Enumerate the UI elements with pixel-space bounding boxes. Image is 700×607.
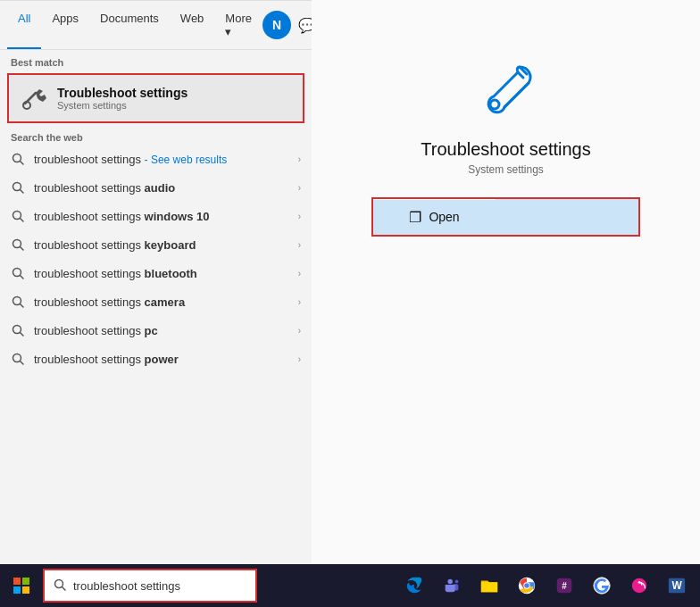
start-button[interactable]: [0, 564, 43, 607]
taskbar: troubleshoot settings: [0, 564, 700, 607]
search-icon-5: [11, 295, 25, 309]
search-icon-4: [11, 266, 25, 280]
best-match-text: Troubleshoot settings System settings: [57, 86, 188, 111]
search-item-text-2: troubleshoot settings windows 10: [34, 210, 298, 223]
open-button-wrap: ❐ Open: [371, 197, 639, 237]
best-match-subtitle: System settings: [57, 100, 188, 111]
chevron-icon-3: ›: [298, 240, 301, 250]
tab-more[interactable]: More ▾: [214, 1, 262, 49]
search-icon-3: [11, 237, 25, 252]
svg-line-6: [21, 219, 24, 222]
search-item-1[interactable]: troubleshoot settings audio ›: [0, 173, 312, 202]
tab-documents[interactable]: Documents: [89, 1, 170, 49]
svg-point-25: [447, 579, 453, 585]
search-item-7[interactable]: troubleshoot settings power ›: [0, 345, 312, 373]
taskbar-search-text: troubleshoot settings: [73, 579, 180, 593]
right-panel: Troubleshoot settings System settings ❐ …: [312, 0, 700, 564]
search-icon-7: [11, 352, 25, 366]
search-icon-0: [11, 152, 25, 166]
search-popup: All Apps Documents Web More ▾ N 💬 ⋯ ✕ Be…: [0, 0, 312, 564]
svg-point-33: [638, 581, 641, 584]
svg-line-10: [21, 276, 24, 279]
open-window-icon: ❐: [409, 209, 421, 226]
taskbar-search-box[interactable]: troubleshoot settings: [43, 569, 257, 603]
svg-rect-20: [13, 586, 21, 594]
user-avatar[interactable]: N: [262, 11, 291, 39]
svg-text:#: #: [562, 581, 567, 591]
svg-line-12: [21, 304, 24, 308]
search-results-list: troubleshoot settings - See web results …: [0, 145, 312, 373]
chevron-icon-4: ›: [298, 269, 301, 279]
search-item-text-6: troubleshoot settings pc: [34, 324, 298, 337]
svg-point-17: [490, 100, 499, 109]
search-item-4[interactable]: troubleshoot settings bluetooth ›: [0, 259, 312, 287]
search-icon-1: [11, 180, 25, 195]
search-item-text-3: troubleshoot settings keyboard: [34, 238, 298, 252]
search-item-3[interactable]: troubleshoot settings keyboard ›: [0, 230, 312, 259]
search-icon-6: [11, 323, 25, 337]
open-button-label: Open: [429, 210, 459, 224]
right-panel-subtitle: System settings: [468, 163, 544, 176]
search-web-label: Search the web: [0, 125, 312, 145]
svg-point-28: [524, 583, 529, 588]
search-icon-2: [11, 209, 25, 223]
taskbar-chrome-icon[interactable]: [511, 570, 543, 602]
taskbar-explorer-icon[interactable]: [473, 570, 505, 602]
taskbar-edge-icon[interactable]: [398, 570, 430, 602]
taskbar-google-icon[interactable]: [586, 570, 618, 602]
svg-line-8: [21, 247, 24, 251]
taskbar-search-icon: [54, 578, 66, 594]
chevron-icon-6: ›: [298, 326, 301, 336]
search-item-text-5: troubleshoot settings camera: [34, 295, 298, 309]
wrench-icon: [20, 84, 48, 112]
tab-all[interactable]: All: [7, 1, 41, 49]
taskbar-teams-icon[interactable]: [436, 570, 468, 602]
search-item-6[interactable]: troubleshoot settings pc ›: [0, 316, 312, 345]
search-item-text-7: troubleshoot settings power: [34, 353, 298, 366]
chevron-icon-2: ›: [298, 212, 301, 221]
svg-line-4: [21, 190, 24, 194]
open-button-extra-area: [496, 199, 638, 235]
see-web-link[interactable]: - See web results: [145, 154, 228, 166]
svg-line-14: [21, 333, 24, 337]
search-item-0[interactable]: troubleshoot settings - See web results …: [0, 145, 312, 173]
chevron-icon-7: ›: [298, 354, 301, 364]
taskbar-word-icon[interactable]: W: [661, 570, 693, 602]
tab-web[interactable]: Web: [170, 1, 215, 49]
svg-line-2: [21, 162, 24, 165]
search-item-text-0: troubleshoot settings - See web results: [34, 153, 298, 166]
search-item-2[interactable]: troubleshoot settings windows 10 ›: [0, 202, 312, 230]
best-match-label: Best match: [0, 50, 312, 71]
svg-line-23: [62, 586, 66, 590]
chevron-icon-0: ›: [298, 154, 301, 164]
search-item-text-1: troubleshoot settings audio: [34, 181, 298, 195]
svg-rect-19: [22, 578, 29, 585]
taskbar-network-icon[interactable]: [623, 570, 655, 602]
svg-rect-21: [22, 586, 29, 594]
tab-apps[interactable]: Apps: [41, 1, 89, 49]
best-match-title: Troubleshoot settings: [57, 86, 188, 100]
right-panel-icon: [471, 54, 542, 125]
chevron-icon-5: ›: [298, 297, 301, 307]
taskbar-slack-icon[interactable]: #: [548, 570, 580, 602]
svg-line-16: [21, 362, 24, 365]
open-button[interactable]: ❐ Open: [373, 200, 495, 235]
search-item-5[interactable]: troubleshoot settings camera ›: [0, 287, 312, 316]
search-item-text-4: troubleshoot settings bluetooth: [34, 267, 298, 280]
tab-bar: All Apps Documents Web More ▾ N 💬 ⋯ ✕: [0, 1, 312, 50]
chevron-icon-1: ›: [298, 183, 301, 193]
best-match-item[interactable]: Troubleshoot settings System settings: [7, 73, 304, 123]
svg-point-24: [455, 580, 459, 584]
svg-rect-18: [13, 578, 21, 585]
right-panel-title: Troubleshoot settings: [421, 139, 590, 160]
svg-text:W: W: [671, 579, 682, 592]
taskbar-icons: # W: [398, 570, 700, 602]
